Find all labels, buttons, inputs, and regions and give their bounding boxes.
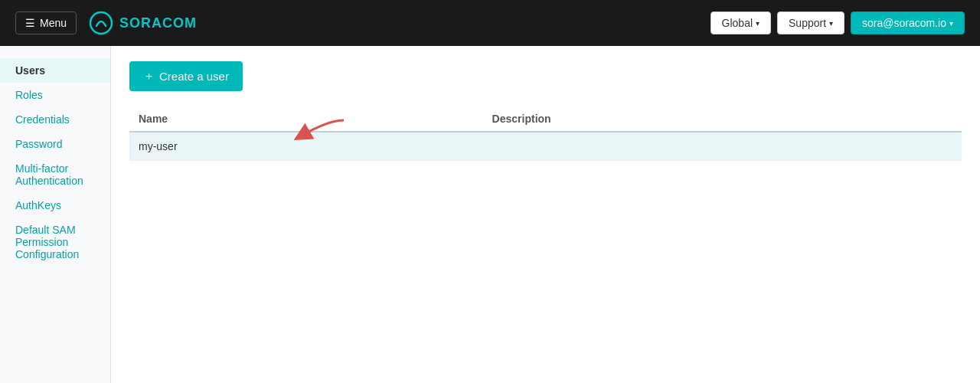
- content-area: ＋ Create a user Name Description my-user: [111, 46, 980, 383]
- sidebar-mfa-label: Multi-factor Authentication: [15, 162, 83, 187]
- create-user-label: Create a user: [159, 70, 229, 83]
- user-account-button[interactable]: sora@soracom.io ▾: [851, 11, 965, 34]
- menu-label: Menu: [40, 17, 67, 29]
- sidebar-item-credentials[interactable]: Credentials: [0, 107, 110, 132]
- global-label: Global: [722, 17, 753, 29]
- menu-button[interactable]: ☰ Menu: [15, 11, 77, 34]
- column-description: Description: [483, 106, 962, 132]
- table-body: my-user: [129, 132, 962, 161]
- sidebar-item-sam[interactable]: Default SAM Permission Configuration: [0, 218, 110, 267]
- sidebar-roles-label: Roles: [15, 89, 43, 101]
- user-name-cell: my-user: [129, 132, 483, 161]
- sidebar-item-roles[interactable]: Roles: [0, 83, 110, 107]
- global-button[interactable]: Global ▾: [710, 11, 771, 34]
- header-left: ☰ Menu SORACOM: [15, 11, 197, 35]
- sidebar-password-label: Password: [15, 138, 62, 150]
- table-row[interactable]: my-user: [129, 132, 962, 161]
- sidebar-credentials-label: Credentials: [15, 113, 70, 126]
- create-user-plus-icon: ＋: [143, 69, 155, 83]
- sidebar-authkeys-label: AuthKeys: [15, 199, 61, 211]
- sidebar: Users Roles Credentials Password Multi-f…: [0, 46, 111, 383]
- global-caret-icon: ▾: [756, 19, 760, 28]
- header: ☰ Menu SORACOM Global ▾ Support ▾ sora@s…: [0, 0, 980, 46]
- column-name: Name: [129, 106, 483, 132]
- users-table: Name Description my-user: [129, 106, 962, 161]
- support-label: Support: [789, 17, 826, 29]
- sidebar-item-password[interactable]: Password: [0, 132, 110, 156]
- soracom-logo-icon: [89, 11, 113, 35]
- logo: SORACOM: [89, 11, 197, 35]
- support-button[interactable]: Support ▾: [777, 11, 844, 34]
- sidebar-item-mfa[interactable]: Multi-factor Authentication: [0, 156, 110, 193]
- support-caret-icon: ▾: [829, 19, 833, 28]
- user-caret-icon: ▾: [949, 19, 953, 28]
- sidebar-item-authkeys[interactable]: AuthKeys: [0, 193, 110, 218]
- sidebar-users-label: Users: [15, 64, 45, 77]
- table-container: Name Description my-user: [129, 106, 962, 161]
- svg-point-0: [90, 12, 112, 34]
- sidebar-sam-label: Default SAM Permission Configuration: [15, 224, 79, 260]
- create-user-button[interactable]: ＋ Create a user: [129, 61, 243, 91]
- user-email-label: sora@soracom.io: [862, 17, 946, 29]
- sidebar-item-users[interactable]: Users: [0, 58, 110, 83]
- table-header: Name Description: [129, 106, 962, 132]
- soracom-logo-text: SORACOM: [119, 15, 197, 31]
- header-right: Global ▾ Support ▾ sora@soracom.io ▾: [710, 11, 965, 34]
- user-description-cell: [483, 132, 962, 161]
- hamburger-icon: ☰: [25, 17, 35, 29]
- main-layout: Users Roles Credentials Password Multi-f…: [0, 46, 980, 383]
